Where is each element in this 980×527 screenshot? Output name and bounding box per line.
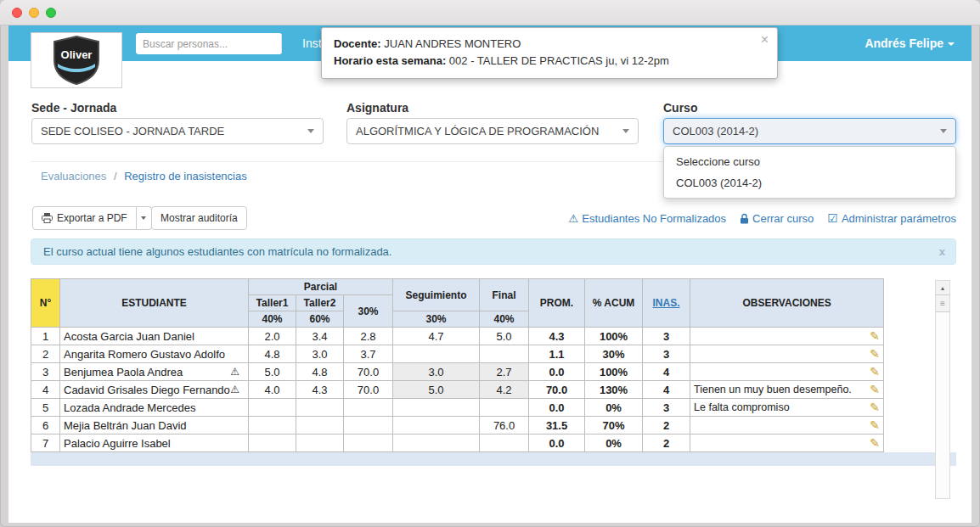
cell-seguimiento[interactable] [393, 399, 480, 417]
cell-seguimiento[interactable]: 3.0 [393, 363, 480, 381]
edit-observation-icon[interactable]: ✎ [870, 418, 880, 432]
cell-seguimiento[interactable] [393, 345, 480, 363]
cell-final[interactable] [480, 345, 529, 363]
cell-acumulado: 70% [585, 417, 643, 434]
cell-parcial-30[interactable]: 70.0 [344, 381, 393, 399]
edit-observation-icon[interactable]: ✎ [870, 383, 880, 396]
cell-seguimiento[interactable] [393, 434, 480, 452]
cell-taller2[interactable]: 4.3 [296, 381, 344, 399]
cell-taller2[interactable] [296, 399, 344, 417]
vertical-scrollbar[interactable]: ▲ ≡ [935, 280, 950, 499]
cell-seguimiento[interactable] [393, 417, 480, 434]
curso-dropdown-menu: Seleccione curso COL003 (2014-2) [663, 146, 956, 199]
cell-student-name: Benjumea Paola Andrea⚠ [60, 363, 249, 381]
breadcrumb-evaluaciones[interactable]: Evaluaciones [41, 170, 106, 182]
cell-parcial-30[interactable] [344, 399, 393, 417]
table-row: 2Angarita Romero Gustavo Adolfo4.83.03.7… [31, 345, 884, 363]
info-alert: El curso actual tiene algunos estudiante… [31, 238, 956, 265]
cell-parcial-30[interactable]: 2.8 [344, 328, 393, 345]
cell-taller2[interactable]: 3.4 [296, 328, 344, 345]
scroll-up-arrow-icon[interactable]: ▲ [936, 281, 949, 295]
sede-select[interactable]: SEDE COLISEO - JORNADA TARDE [31, 118, 324, 144]
cell-inasistencias: 2 [643, 417, 690, 434]
search-button[interactable] [281, 33, 282, 54]
cell-observaciones: ✎Tienen un muy buen desempeño. [690, 381, 884, 399]
administrar-parametros-label: Administrar parámetros [842, 212, 956, 225]
cell-observaciones: ✎ [690, 417, 884, 434]
cell-taller2[interactable]: 3.0 [296, 345, 344, 363]
table-footer-strip [31, 452, 956, 466]
cell-seguimiento[interactable]: 4.7 [393, 328, 480, 345]
export-pdf-button[interactable]: Exportar a PDF [32, 206, 137, 230]
app-content: Oliver Institución Andrés Felipe × Docen… [8, 25, 972, 523]
cell-taller1[interactable] [249, 417, 296, 434]
edit-observation-icon[interactable]: ✎ [870, 365, 880, 378]
cell-taller2[interactable] [296, 417, 344, 434]
user-menu[interactable]: Andrés Felipe [865, 25, 955, 61]
cell-student-name: Angarita Romero Gustavo Adolfo [60, 345, 249, 363]
cell-observaciones: ✎Le falta compromiso [690, 399, 884, 417]
cell-acumulado: 0% [585, 434, 643, 452]
cell-student-name: Mejia Beltrán Juan David [60, 417, 249, 434]
school-logo[interactable]: Oliver [31, 32, 122, 88]
table-row: 7Palacio Aguirre Isabel0.00%2✎ [31, 434, 884, 452]
cell-number: 2 [31, 345, 60, 363]
cell-parcial-30[interactable]: 70.0 [344, 363, 393, 381]
chevron-down-icon [940, 129, 947, 133]
cell-number: 3 [31, 363, 60, 381]
cerrar-curso-link[interactable]: Cerrar curso [740, 212, 814, 225]
oliver-shield-logo: Oliver [46, 35, 107, 86]
chevron-down-icon [141, 216, 146, 220]
alert-close-icon[interactable]: x [939, 245, 945, 258]
cell-taller1[interactable]: 4.0 [249, 381, 296, 399]
cell-student-name: Acosta Garcia Juan Daniel [60, 328, 249, 345]
administrar-parametros-link[interactable]: ☑ Administrar parámetros [827, 211, 956, 225]
header-inasistencias[interactable]: INAS. [643, 279, 690, 328]
cell-promedio: 0.0 [529, 399, 585, 417]
cell-taller2[interactable]: 4.8 [296, 363, 344, 381]
cell-parcial-30[interactable] [344, 417, 393, 434]
cell-taller1[interactable] [249, 399, 296, 417]
header-taller1-weight: 40% [249, 311, 296, 328]
cell-taller1[interactable] [249, 434, 296, 452]
cell-final[interactable]: 5.0 [480, 328, 529, 345]
edit-observation-icon[interactable]: ✎ [870, 401, 880, 414]
cell-final[interactable] [480, 434, 529, 452]
minimize-window-button[interactable] [29, 8, 39, 18]
cell-final[interactable]: 76.0 [480, 417, 529, 434]
cell-final[interactable]: 2.7 [480, 363, 529, 381]
cell-number: 4 [31, 381, 60, 399]
observation-text: Tienen un muy buen desempeño. [694, 384, 852, 395]
edit-observation-icon[interactable]: ✎ [870, 329, 880, 343]
cell-taller1[interactable]: 2.0 [249, 328, 296, 345]
curso-select[interactable]: COL003 (2014-2) [663, 118, 956, 144]
horario-value: 002 - TALLER DE PRACTICAS ju, vi 12-2pm [449, 54, 669, 67]
student-name: Cadavid Grisales Diego Fernando [64, 384, 230, 396]
curso-option[interactable]: COL003 (2014-2) [664, 172, 955, 193]
cell-final[interactable] [480, 399, 529, 417]
cell-parcial-30[interactable]: 3.7 [344, 345, 393, 363]
show-audit-button[interactable]: Mostrar auditoría [151, 206, 247, 230]
search-input[interactable] [136, 33, 281, 54]
cell-taller1[interactable]: 4.8 [249, 345, 296, 363]
popover-close-icon[interactable]: × [761, 33, 769, 47]
edit-observation-icon[interactable]: ✎ [870, 347, 880, 361]
cell-seguimiento[interactable]: 5.0 [393, 381, 480, 399]
curso-option[interactable]: Seleccione curso [664, 151, 955, 172]
breadcrumb-registro-inasistencias[interactable]: Registro de inasistencias [124, 170, 247, 182]
edit-observation-icon[interactable]: ✎ [870, 436, 880, 450]
asignatura-select[interactable]: ALGORÍTMICA Y LÓGICA DE PROGRAMACIÓN [346, 118, 639, 144]
zoom-window-button[interactable] [46, 8, 56, 18]
cell-taller1[interactable]: 5.0 [249, 363, 296, 381]
export-pdf-dropdown-button[interactable] [137, 206, 152, 230]
scrollbar-thumb[interactable]: ≡ [936, 295, 949, 312]
cell-promedio: 1.1 [529, 345, 585, 363]
estudiantes-no-formalizados-link[interactable]: ⚠ Estudiantes No Formalizados [569, 212, 726, 225]
cell-inasistencias: 4 [643, 381, 690, 399]
cell-number: 7 [31, 434, 60, 452]
cell-taller2[interactable] [296, 434, 344, 452]
cell-parcial-30[interactable] [344, 434, 393, 452]
close-window-button[interactable] [12, 8, 22, 18]
cell-inasistencias: 3 [643, 345, 690, 363]
cell-final[interactable]: 4.2 [480, 381, 529, 399]
